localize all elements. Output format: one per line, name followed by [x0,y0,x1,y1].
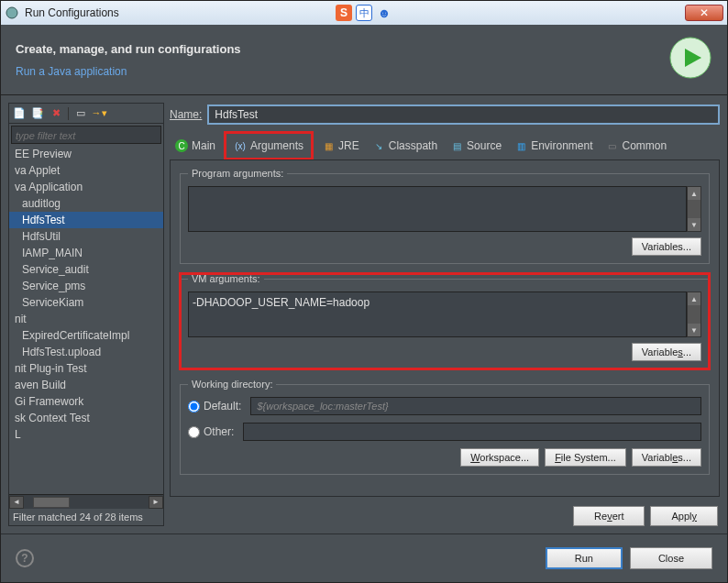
wd-default-radio-label[interactable]: Default: [188,400,241,412]
vm-args-variables-button[interactable]: Variables... [632,343,701,361]
arguments-panel: Program arguments: ▲▼ Variables... VM ar… [170,160,720,497]
tree-item[interactable]: L [9,426,163,443]
tree-item[interactable]: Service_pms [9,278,163,294]
revert-button[interactable]: Revert [573,506,645,526]
name-label: Name: [170,108,202,121]
tree-item[interactable]: ExpiredCertificateImpl [9,327,163,344]
scroll-left-icon[interactable]: ◄ [9,496,24,509]
wd-workspace-button[interactable]: Workspace... [460,448,539,467]
ime-face-icon: ☻ [376,5,392,21]
scroll-right-icon[interactable]: ► [149,496,163,509]
tree-item[interactable]: HdfsTest.upload [9,344,163,360]
tree-item[interactable]: HdfsTest [9,212,163,228]
run-button[interactable]: Run [546,547,623,569]
wd-other-input[interactable] [243,423,701,441]
filter-input-wrap [11,126,161,144]
wd-default-input [250,397,701,415]
close-button[interactable]: Close [630,547,712,569]
tree-item[interactable]: auditlog [9,195,163,212]
tree-item[interactable]: EE Preview [9,146,163,162]
app-icon [5,6,19,20]
wd-other-radio[interactable] [188,426,200,438]
ime-indicator: S 中 ☻ [336,5,392,21]
vm-args-legend: VM arguments: [188,273,264,284]
ime-chinese-icon: 中 [356,5,372,21]
help-button[interactable]: ? [16,549,34,567]
tree-item[interactable]: ServiceKiam [9,294,163,311]
tab-environment[interactable]: ▥Environment [514,139,592,152]
toolbar-separator [68,107,69,120]
wd-variables-button[interactable]: Variables... [632,448,701,467]
apply-button[interactable]: Apply [650,506,718,526]
vm-args-group: VM arguments: ▲▼ Variables... [180,273,710,369]
window-title: Run Configurations [25,6,119,19]
config-name-input[interactable] [207,104,720,125]
wd-default-radio[interactable] [188,401,200,412]
wd-other-radio-label[interactable]: Other: [188,425,234,438]
filter-menu-icon[interactable]: →▾ [93,107,105,120]
working-dir-legend: Working directory: [188,379,276,390]
filter-input[interactable] [12,127,160,144]
tab-source[interactable]: ▤Source [450,139,502,152]
run-hero-icon [668,36,712,83]
tree-item[interactable]: IAMP_MAIN [9,245,163,261]
working-dir-group: Working directory: Default: Other: Works… [180,379,710,475]
tab-bar: CMain (x)Arguments ▦JRE ↘Classpath ▤Sour… [170,132,720,160]
tree-item[interactable]: Gi Framework [9,393,163,410]
program-args-legend: Program arguments: [188,168,287,179]
scroll-thumb[interactable] [33,497,70,508]
tree-toolbar: 📄 📑 ✖ ▭ →▾ [9,104,163,124]
tree-item[interactable]: HdfsUtil [9,228,163,245]
vm-args-scrollbar[interactable]: ▲▼ [687,292,701,337]
tree-item[interactable]: sk Context Test [9,410,163,426]
window-close-button[interactable]: ✕ [685,5,723,21]
program-args-input[interactable] [188,186,687,232]
dialog-footer: ? Run Close [1,534,727,582]
tab-common[interactable]: ▭Common [606,139,667,152]
program-args-variables-button[interactable]: Variables... [632,237,701,256]
duplicate-config-icon[interactable]: 📑 [31,107,44,120]
sogou-icon: S [336,5,352,21]
filter-status: Filter matched 24 of 28 items [9,509,163,525]
tab-classpath[interactable]: ↘Classpath [372,139,437,152]
tree-item[interactable]: va Application [9,179,163,195]
tab-main[interactable]: CMain [175,139,215,152]
config-tree[interactable]: EE Previewva Appletva Applicationauditlo… [9,146,163,494]
tree-item[interactable]: aven Build [9,377,163,393]
tree-item[interactable]: Service_audit [9,261,163,278]
program-args-group: Program arguments: ▲▼ Variables... [180,168,710,264]
tree-item[interactable]: nit [9,311,163,327]
tree-hscrollbar[interactable]: ◄ ► [9,494,163,509]
svg-point-0 [6,7,17,18]
tab-jre[interactable]: ▦JRE [322,139,359,152]
tree-item[interactable]: nit Plug-in Test [9,360,163,377]
new-config-icon[interactable]: 📄 [13,107,26,120]
vm-args-input[interactable] [188,292,687,337]
collapse-all-icon[interactable]: ▭ [74,107,87,120]
dialog-subtitle: Run a Java application [16,65,241,78]
program-args-scrollbar[interactable]: ▲▼ [687,186,701,232]
delete-config-icon[interactable]: ✖ [50,107,62,120]
tree-item[interactable]: va Applet [9,162,163,179]
config-tree-panel: 📄 📑 ✖ ▭ →▾ EE Previewva Appletva Applica… [8,103,164,526]
window-titlebar: Run Configurations S 中 ☻ ✕ [1,1,727,25]
dialog-header: Create, manage, and run configurations R… [1,25,727,95]
tab-arguments[interactable]: (x)Arguments [228,136,309,156]
dialog-title: Create, manage, and run configurations [16,42,241,56]
wd-filesystem-button[interactable]: File System... [545,448,626,467]
